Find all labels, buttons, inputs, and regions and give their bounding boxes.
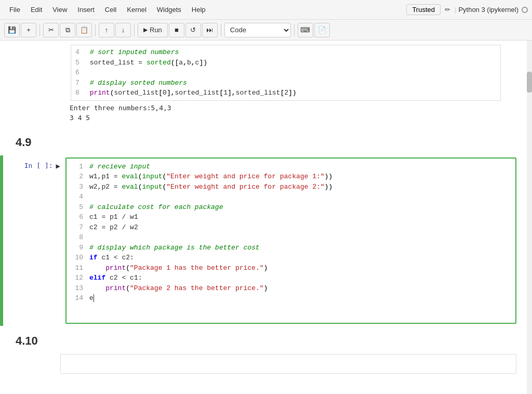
save-button[interactable]: 💾 — [4, 23, 20, 37]
add-cell-button[interactable]: + — [21, 23, 36, 37]
kernel-status-icon — [522, 7, 528, 13]
run-cell-icon[interactable]: ▶ — [56, 162, 60, 170]
active-code-cell[interactable]: In [ ]: ▶ 1 # recieve input 2 w1,p1 = ev… — [3, 157, 516, 324]
cell-type-select[interactable]: Code Markdown Raw NBConvert Heading — [224, 23, 291, 37]
copy-button[interactable]: ⧉ — [60, 23, 75, 37]
line-item: 5 sorted_list = sorted([a,b,c]) — [75, 58, 496, 68]
prev-cell-output: Enter three numbers:5,4,3 3 4 5 — [65, 101, 516, 127]
separator-2 — [95, 24, 96, 36]
prev-code-cell[interactable]: 4 # sort inputed numbers 5 sorted_list =… — [71, 45, 501, 101]
prev-cell-wrapper: 4 # sort inputed numbers 5 sorted_list =… — [0, 45, 532, 127]
next-cell-wrapper — [0, 354, 532, 374]
code-line-14: 14 e — [71, 293, 511, 304]
stop-button[interactable]: ■ — [169, 23, 184, 37]
paste-button[interactable]: 📋 — [76, 23, 92, 37]
menu-file[interactable]: File — [4, 4, 25, 16]
code-line-2: 2 w1,p1 = eval(input("Enter weight and p… — [71, 172, 511, 182]
code-input[interactable]: 1 # recieve input 2 w1,p1 = eval(input("… — [65, 157, 516, 324]
scrollbar-track[interactable] — [527, 41, 532, 394]
move-up-button[interactable]: ↑ — [99, 23, 114, 37]
next-cell-placeholder[interactable] — [60, 354, 516, 374]
code-line-11: 11 print("Package 1 has the better price… — [71, 263, 511, 273]
separator-3 — [134, 24, 135, 36]
run-button[interactable]: ▶ Run — [138, 23, 168, 37]
section-49-heading: 4.9 — [16, 136, 532, 149]
prev-code-area: 4 # sort inputed numbers 5 sorted_list =… — [71, 45, 500, 100]
menu-help[interactable]: Help — [187, 4, 211, 16]
prompt-text: In [ ]: — [24, 162, 53, 169]
output-line-1: Enter three numbers:5,4,3 — [70, 103, 512, 113]
trusted-button[interactable]: Trusted — [406, 4, 441, 15]
menu-kernel[interactable]: Kernel — [122, 4, 152, 16]
run-triangle-icon: ▶ — [143, 27, 148, 33]
line-item: 8 print(sorted_list[0],sorted_list[1],so… — [75, 88, 496, 98]
separator-5 — [294, 24, 295, 36]
run-label: Run — [150, 26, 162, 34]
menu-cell[interactable]: Cell — [100, 4, 122, 16]
code-line-9: 9 # display which package is the better … — [71, 243, 511, 253]
menu-widgets[interactable]: Widgets — [152, 4, 187, 16]
code-line-1: 1 # recieve input — [71, 162, 511, 172]
cell-prompt: In [ ]: ▶ — [3, 157, 65, 324]
restart-run-button[interactable]: ⏭ — [202, 23, 218, 37]
line-item: 6 — [75, 68, 496, 78]
move-down-button[interactable]: ↓ — [115, 23, 131, 37]
code-line-10: 10 if c1 < c2: — [71, 253, 511, 263]
separator-4 — [221, 24, 221, 36]
code-line-13: 13 print("Package 2 has the better price… — [71, 283, 511, 294]
code-line-5: 5 # calculate cost for each package — [71, 202, 511, 213]
scrollbar-thumb[interactable] — [527, 72, 532, 93]
code-line-4: 4 — [71, 192, 511, 202]
restart-button[interactable]: ↺ — [185, 23, 201, 37]
menu-edit[interactable]: Edit — [25, 4, 47, 16]
active-cell-wrapper: In [ ]: ▶ 1 # recieve input 2 w1,p1 = ev… — [0, 155, 532, 326]
toolbar: 💾 + ✂ ⧉ 📋 ↑ ↓ ▶ Run ■ ↺ ⏭ Code Markdown … — [0, 20, 532, 41]
menubar: File Edit View Insert Cell Kernel Widget… — [0, 0, 532, 20]
kernel-name: Python 3 (ipykernel) — [458, 6, 518, 14]
separator-1 — [39, 24, 40, 36]
line-item: 4 # sort inputed numbers — [75, 47, 496, 58]
line-item: 7 # display sorted numbers — [75, 78, 496, 88]
menu-view[interactable]: View — [47, 4, 72, 16]
edit-icon[interactable]: ✏ — [445, 6, 450, 14]
cut-button[interactable]: ✂ — [43, 23, 59, 37]
cell-toolbar-button[interactable]: 📄 — [314, 23, 330, 37]
section-410-heading: 4.10 — [16, 334, 532, 348]
code-line-12: 12 elif c2 < c1: — [71, 273, 511, 283]
code-line-6: 6 c1 = p1 / w1 — [71, 212, 511, 222]
menu-insert[interactable]: Insert — [72, 4, 100, 16]
keyboard-shortcuts-button[interactable]: ⌨ — [298, 23, 313, 37]
kernel-info: Python 3 (ipykernel) — [458, 6, 528, 14]
output-line-2: 3 4 5 — [70, 113, 512, 123]
code-line-8: 8 — [71, 232, 511, 243]
notebook: 4 # sort inputed numbers 5 sorted_list =… — [0, 41, 532, 394]
code-line-3: 3 w2,p2 = eval(input("Enter weight and p… — [71, 182, 511, 192]
code-line-7: 7 c2 = p2 / w2 — [71, 222, 511, 233]
